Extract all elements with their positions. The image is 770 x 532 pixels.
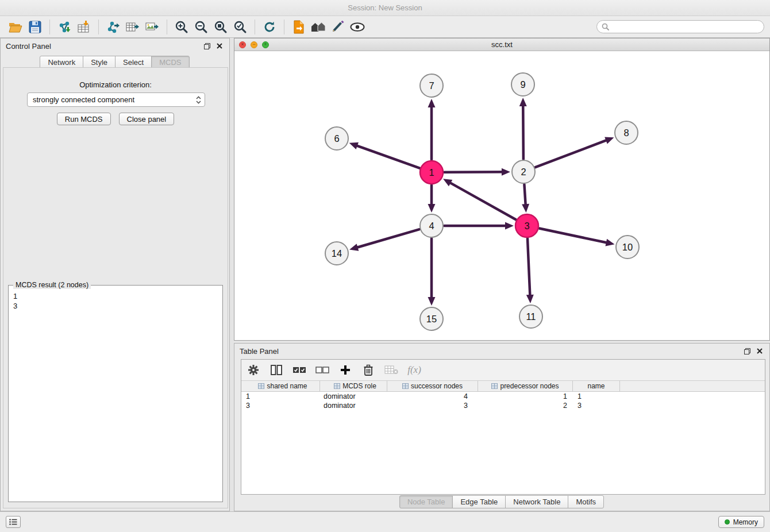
zoom-in-icon[interactable] (172, 18, 191, 36)
column-label: MCDS role (342, 382, 376, 390)
memory-button[interactable]: Memory (718, 516, 764, 528)
column-header-mcds-role[interactable]: MCDS role (320, 381, 387, 391)
column-label: shared name (267, 382, 307, 390)
search-box[interactable] (596, 20, 764, 33)
open-file-icon[interactable] (6, 18, 25, 36)
graph-node-4[interactable]: 4 (420, 214, 443, 237)
graph-edge-2-9[interactable] (519, 98, 527, 159)
optimization-criterion-dropdown[interactable]: strongly connected component (27, 92, 205, 107)
svg-text:14: 14 (332, 248, 342, 259)
cell-name: 1 (573, 392, 620, 401)
export-table-icon[interactable] (123, 18, 143, 36)
graph-edge-2-3[interactable] (522, 184, 529, 213)
table-row[interactable]: 3 dominator 3 2 3 (241, 401, 765, 410)
graph-edge-1-4[interactable] (428, 185, 436, 213)
save-session-icon[interactable] (25, 18, 45, 36)
column-label: predecessor nodes (500, 382, 559, 390)
show-hide-eye-icon[interactable] (348, 18, 367, 36)
run-mcds-button[interactable]: Run MCDS (57, 113, 111, 125)
column-header-predecessor-nodes[interactable]: predecessor nodes (478, 381, 573, 391)
mcds-result-list[interactable]: 1 3 (9, 286, 222, 311)
graph-edge-4-15[interactable] (428, 238, 436, 306)
zoom-out-icon[interactable] (191, 18, 211, 36)
delete-table-icon[interactable] (384, 363, 399, 377)
style-paint-icon[interactable] (328, 18, 348, 36)
graph-node-14[interactable]: 14 (325, 242, 348, 265)
memory-status-dot (725, 519, 730, 525)
refresh-layout-icon[interactable] (260, 18, 279, 36)
control-panel: Control Panel Network Style Select MCDS … (0, 38, 230, 511)
svg-text:4: 4 (429, 221, 434, 231)
graph-edge-3-10[interactable] (540, 229, 615, 246)
memory-label: Memory (733, 518, 758, 526)
graph-node-15[interactable]: 15 (420, 307, 443, 330)
column-label: successor nodes (411, 382, 463, 390)
mcds-buttons-row: Run MCDS Close panel (3, 113, 228, 125)
search-input[interactable] (612, 23, 759, 31)
graph-edge-3-11[interactable] (526, 238, 534, 303)
graph-edge-1-2[interactable] (444, 168, 510, 176)
delete-column-trash-icon[interactable] (361, 363, 376, 377)
home-views-icon[interactable] (309, 18, 328, 36)
tab-network-table[interactable]: Network Table (505, 495, 568, 508)
first-neighbors-icon[interactable] (289, 18, 309, 36)
graph-edge-2-8[interactable] (536, 137, 614, 167)
graph-node-10[interactable]: 10 (616, 236, 639, 259)
zoom-fit-icon[interactable] (211, 18, 230, 36)
cell-name: 3 (573, 401, 620, 410)
graph-node-9[interactable]: 9 (511, 73, 534, 96)
graph-edge-1-7[interactable] (428, 99, 436, 160)
float-panel-icon[interactable] (742, 346, 752, 356)
close-panel-icon[interactable] (215, 41, 224, 51)
graph-edge-3-1[interactable] (443, 179, 516, 219)
mcds-result-item: 1 (13, 291, 218, 301)
maximize-window-icon[interactable]: + (262, 41, 269, 48)
function-builder-icon[interactable]: f(x) (407, 363, 422, 377)
select-all-rows-icon[interactable] (292, 363, 307, 377)
export-network-icon[interactable] (103, 18, 123, 36)
graph-node-11[interactable]: 11 (519, 305, 542, 328)
tab-motifs[interactable]: Motifs (568, 495, 604, 508)
cell-successor-nodes: 4 (387, 392, 478, 401)
graph-edge-1-6[interactable] (349, 142, 420, 168)
export-image-icon[interactable] (143, 18, 162, 36)
task-history-button[interactable] (6, 516, 21, 528)
application-window: Session: New Session (0, 0, 770, 532)
close-panel-button[interactable]: Close panel (119, 113, 175, 125)
table-panel-title: Table Panel (240, 347, 279, 356)
cell-mcds-role: dominator (320, 392, 387, 401)
zoom-selected-icon[interactable] (230, 18, 250, 36)
cell-mcds-role: dominator (320, 401, 387, 410)
minimize-window-icon[interactable]: − (251, 41, 257, 48)
graph-edge-4-3[interactable] (444, 222, 514, 230)
graph-node-8[interactable]: 8 (615, 121, 638, 144)
show-columns-icon[interactable] (269, 363, 284, 377)
graph-node-2[interactable]: 2 (512, 160, 535, 183)
network-canvas[interactable]: 7968124314101511 (234, 51, 769, 340)
main-toolbar (0, 16, 770, 38)
import-network-icon[interactable] (55, 18, 74, 36)
graph-node-6[interactable]: 6 (325, 127, 348, 150)
tab-edge-table[interactable]: Edge Table (452, 495, 506, 508)
import-table-icon[interactable] (74, 18, 94, 36)
close-panel-icon[interactable] (755, 346, 764, 356)
table-settings-gear-icon[interactable] (246, 363, 261, 377)
tab-node-table[interactable]: Node Table (399, 495, 453, 508)
column-header-successor-nodes[interactable]: successor nodes (387, 381, 478, 391)
graph-edge-4-14[interactable] (349, 229, 419, 250)
column-header-shared-name[interactable]: shared name (241, 381, 320, 391)
cell-predecessor-nodes: 1 (478, 392, 573, 401)
add-column-icon[interactable] (338, 363, 353, 377)
table-row[interactable]: 1 dominator 4 1 1 (241, 392, 765, 401)
float-panel-icon[interactable] (202, 41, 211, 51)
graph-node-7[interactable]: 7 (420, 74, 443, 97)
control-panel-header: Control Panel (1, 38, 229, 53)
close-window-icon[interactable]: × (239, 41, 246, 48)
deselect-all-rows-icon[interactable] (315, 363, 330, 377)
graph-node-3[interactable]: 3 (515, 214, 538, 237)
column-sort-icon (258, 383, 264, 389)
graph-node-1[interactable]: 1 (420, 161, 443, 184)
column-header-name[interactable]: name (573, 381, 620, 391)
toolbar-separator (98, 20, 99, 34)
table-panel-header: Table Panel (234, 344, 769, 358)
